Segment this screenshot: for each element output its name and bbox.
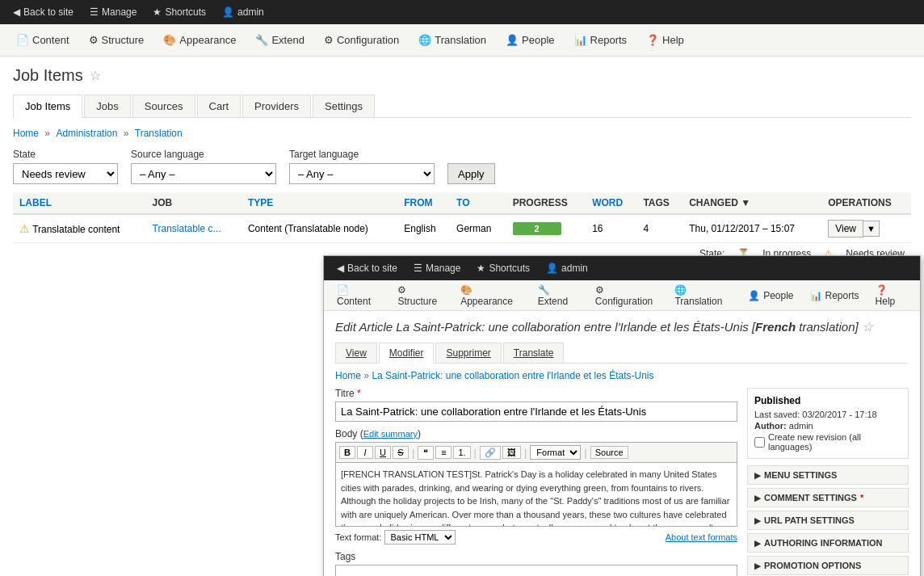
tags-section: Tags Enter a comma-separated list. For e… [335, 551, 737, 576]
edit-summary-link[interactable]: Edit summary [363, 429, 418, 439]
ed-ul[interactable]: ≡ [435, 446, 452, 459]
breadcrumb-home[interactable]: Home [13, 128, 39, 139]
tab-cart[interactable]: Cart [197, 95, 242, 117]
help-icon: ❓ [646, 34, 659, 46]
source-lang-label: Source language [131, 149, 276, 160]
about-formats-link[interactable]: About text formats [666, 532, 737, 542]
view-dropdown-arrow[interactable]: ▼ [863, 221, 880, 237]
col-type[interactable]: TYPE [242, 192, 397, 214]
w2-breadcrumb-home[interactable]: Home [335, 370, 361, 381]
create-revision-checkbox[interactable] [754, 437, 765, 448]
ed-link[interactable]: 🔗 [480, 446, 501, 460]
tab-providers[interactable]: Providers [242, 95, 311, 117]
col-label[interactable]: LABEL [13, 192, 146, 214]
w2-content: Edit Article La Saint-Patrick: une colla… [324, 311, 920, 576]
w2-nav-content[interactable]: 📄 Content [329, 280, 389, 311]
favorite-star-icon[interactable]: ☆ [90, 68, 101, 83]
accordion-arrow-icon: ▶ [754, 471, 761, 480]
cell-label: ⚠ Translatable content [13, 214, 146, 243]
shortcuts-link[interactable]: ★ Shortcuts [146, 0, 212, 24]
col-word[interactable]: WORD [586, 192, 636, 214]
nav-extend[interactable]: 🔧 Extend [246, 24, 313, 57]
ed-sep1: | [412, 447, 414, 459]
w2-nav-people[interactable]: 👤 People [740, 280, 801, 311]
nav-translation[interactable]: 🌐 Translation [409, 24, 496, 57]
apply-button[interactable]: Apply [447, 163, 495, 184]
ed-sep2: | [474, 447, 477, 459]
w2-shortcuts-link[interactable]: ★ Shortcuts [470, 256, 536, 280]
text-format-label: Text format [335, 532, 379, 542]
editor-body[interactable]: [FRENCH TRANSLATION TEST]St. Patrick's D… [335, 462, 737, 527]
admin-user-link[interactable]: 👤 admin [216, 0, 271, 24]
w2-nav-configuration[interactable]: ⚙ Configuration [587, 280, 667, 311]
w2-nav-help[interactable]: ❓ Help [867, 280, 915, 311]
ed-underline[interactable]: U [375, 446, 391, 459]
tags-input[interactable] [335, 565, 737, 576]
title-input[interactable] [335, 402, 737, 422]
state-select[interactable]: Needs review In progress All [13, 163, 118, 184]
ed-strikethrough[interactable]: S [393, 446, 409, 459]
col-from[interactable]: FROM [397, 192, 450, 214]
w2-breadcrumb-article[interactable]: La Saint-Patrick: une collaboration entr… [372, 370, 653, 381]
promotion-options-header[interactable]: ▶ PROMOTION OPTIONS [748, 557, 908, 574]
w2-favorite-star-icon[interactable]: ☆ [862, 320, 873, 334]
nav-people[interactable]: 👤 People [496, 24, 564, 57]
w2-body-layout: Titre * Body (Edit summary) B I U S | ❝ … [335, 388, 909, 576]
extend-icon: 🔧 [255, 34, 268, 46]
col-changed[interactable]: CHANGED ▼ [682, 192, 821, 214]
tab-settings[interactable]: Settings [313, 95, 375, 117]
authoring-info-header[interactable]: ▶ AUTHORING INFORMATION [748, 534, 908, 552]
nav-help[interactable]: ❓ Help [636, 24, 694, 57]
authoring-arrow-icon: ▶ [754, 539, 761, 548]
nav-structure[interactable]: ⚙ Structure [79, 24, 154, 57]
target-lang-select[interactable]: – Any – English French German [289, 163, 435, 184]
cell-word: 16 [586, 214, 636, 243]
nav-configuration[interactable]: ⚙ Configuration [314, 24, 409, 57]
back-to-site-link[interactable]: ◀ Back to site [6, 0, 80, 24]
nav-reports[interactable]: 📊 Reports [565, 24, 637, 57]
ed-quote[interactable]: ❝ [418, 446, 434, 460]
w2-admin-user-link[interactable]: 👤 admin [540, 256, 594, 280]
breadcrumb-sep1: » [44, 128, 52, 139]
w2-nav-structure[interactable]: ⚙ Structure [389, 280, 452, 311]
w2-user-icon: 👤 [546, 263, 558, 274]
job-link[interactable]: Translatable c... [153, 223, 221, 234]
w2-tab-translate[interactable]: Translate [503, 343, 565, 363]
warning-icon: ⚠ [19, 222, 30, 235]
w2-nav-extend[interactable]: 🔧 Extend [530, 280, 587, 311]
manage-link[interactable]: ☰ Manage [83, 0, 143, 24]
ed-image[interactable]: 🖼 [502, 446, 521, 459]
w2-manage-link[interactable]: ☰ Manage [407, 256, 467, 280]
breadcrumb-translation[interactable]: Translation [135, 128, 183, 139]
ed-italic[interactable]: I [357, 446, 373, 459]
w2-tab-supprimer[interactable]: Supprimer [435, 343, 501, 363]
menu-settings-header[interactable]: ▶ MENU SETTINGS [748, 466, 908, 484]
source-lang-select[interactable]: – Any – English French German [131, 163, 276, 184]
text-format-select[interactable]: Basic HTML Full HTML Plain text [384, 530, 456, 544]
breadcrumb-admin[interactable]: Administration [56, 128, 117, 139]
nav-appearance[interactable]: 🎨 Appearance [153, 24, 246, 57]
url-path-header[interactable]: ▶ URL PATH SETTINGS [748, 511, 908, 529]
ed-ol[interactable]: 1. [453, 446, 470, 459]
col-to[interactable]: TO [450, 192, 506, 214]
tab-job-items[interactable]: Job Items [13, 95, 82, 118]
w2-nav-reports[interactable]: 📊 Reports [802, 280, 867, 311]
w2-tab-view[interactable]: View [335, 343, 377, 363]
comment-settings-header[interactable]: ▶ COMMENT SETTINGS * [748, 489, 908, 507]
w2-nav-appearance[interactable]: 🎨 Appearance [452, 280, 530, 311]
tab-sources[interactable]: Sources [132, 95, 195, 117]
tab-jobs[interactable]: Jobs [84, 95, 130, 117]
w2-tab-modifier[interactable]: Modifier [379, 343, 435, 364]
target-lang-filter-group: Target language – Any – English French G… [289, 149, 435, 184]
view-button[interactable]: View [828, 220, 863, 238]
ed-source[interactable]: Source [590, 446, 628, 459]
body-field-label: Body (Edit summary) [335, 428, 737, 439]
ed-bold[interactable]: B [339, 446, 355, 459]
w2-menu-icon: ☰ [414, 263, 422, 274]
w2-nav-translation[interactable]: 🌐 Translation [666, 280, 740, 311]
job-items-table: LABEL JOB TYPE FROM TO PROGRESS WORD TAG… [13, 192, 911, 243]
w2-back-to-site[interactable]: ◀ Back to site [330, 256, 404, 280]
format-dropdown[interactable]: Format [530, 445, 581, 460]
nav-content[interactable]: 📄 Content [6, 24, 79, 57]
page-content: Job Items ☆ Job Items Jobs Sources Cart … [0, 57, 924, 274]
